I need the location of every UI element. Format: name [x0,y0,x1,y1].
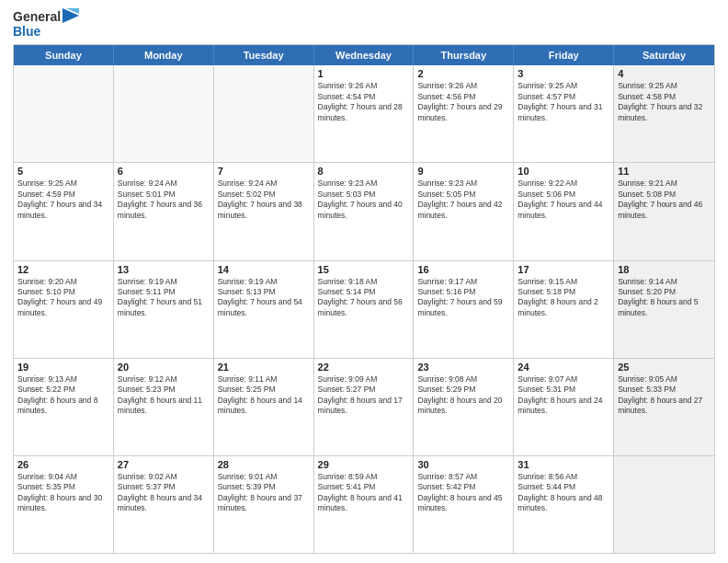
cal-cell-row2-col5: 17 Sunrise: 9:15 AM Sunset: 5:18 PM Dayl… [514,261,614,358]
cell-sunrise: Sunrise: 8:56 AM [518,472,609,482]
weekday-header-sunday: Sunday [14,45,114,65]
cal-cell-row0-col5: 3 Sunrise: 9:25 AM Sunset: 4:57 PM Dayli… [514,65,614,162]
header: General Blue [13,9,715,39]
cell-daylight: Daylight: 8 hours and 34 minutes. [118,493,210,514]
cell-sunset: Sunset: 5:01 PM [118,190,210,200]
weekday-header-monday: Monday [114,45,214,65]
logo: General Blue [13,9,79,39]
cell-daylight: Daylight: 8 hours and 27 minutes. [618,396,711,417]
day-number: 18 [618,264,711,275]
cell-daylight: Daylight: 7 hours and 28 minutes. [318,102,410,123]
cell-sunrise: Sunrise: 9:09 AM [318,374,410,385]
cell-sunset: Sunset: 4:56 PM [417,92,509,102]
cell-daylight: Daylight: 8 hours and 30 minutes. [17,493,109,514]
cell-sunset: Sunset: 5:16 PM [417,287,509,297]
cell-daylight: Daylight: 7 hours and 46 minutes. [618,200,711,221]
cal-week-row-1: 5 Sunrise: 9:25 AM Sunset: 4:59 PM Dayli… [14,163,714,260]
cell-daylight: Daylight: 7 hours and 31 minutes. [518,102,609,123]
cal-cell-row4-col6 [614,456,714,553]
cell-daylight: Daylight: 7 hours and 40 minutes. [318,200,410,221]
day-number: 3 [518,68,609,79]
cell-sunrise: Sunrise: 9:11 AM [218,374,310,385]
cal-cell-row1-col2: 7 Sunrise: 9:24 AM Sunset: 5:02 PM Dayli… [214,163,314,259]
cell-sunrise: Sunrise: 9:24 AM [218,178,310,189]
cell-sunset: Sunset: 5:37 PM [118,482,210,492]
cell-sunrise: Sunrise: 9:23 AM [417,178,509,189]
cal-cell-row3-col0: 19 Sunrise: 9:13 AM Sunset: 5:22 PM Dayl… [14,359,114,455]
day-number: 22 [318,362,410,373]
cell-daylight: Daylight: 8 hours and 24 minutes. [518,396,609,417]
cell-sunrise: Sunrise: 9:26 AM [417,81,509,91]
cal-cell-row3-col2: 21 Sunrise: 9:11 AM Sunset: 5:25 PM Dayl… [214,359,314,455]
day-number: 14 [218,264,310,275]
weekday-header-wednesday: Wednesday [314,45,415,65]
cell-daylight: Daylight: 7 hours and 34 minutes. [17,200,109,221]
cell-sunset: Sunset: 5:10 PM [17,287,109,297]
day-number: 6 [118,166,210,177]
cal-cell-row3-col5: 24 Sunrise: 9:07 AM Sunset: 5:31 PM Dayl… [514,359,614,455]
cal-cell-row0-col4: 2 Sunrise: 9:26 AM Sunset: 4:56 PM Dayli… [414,65,514,162]
cell-daylight: Daylight: 7 hours and 56 minutes. [318,297,410,318]
cell-sunset: Sunset: 5:14 PM [318,287,410,297]
cell-daylight: Daylight: 8 hours and 11 minutes. [118,396,210,417]
weekday-header-saturday: Saturday [614,45,714,65]
cal-cell-row1-col0: 5 Sunrise: 9:25 AM Sunset: 4:59 PM Dayli… [14,163,114,259]
day-number: 12 [17,264,109,275]
cell-daylight: Daylight: 8 hours and 17 minutes. [318,396,410,417]
cell-sunrise: Sunrise: 9:17 AM [417,277,509,287]
day-number: 2 [417,68,509,79]
cell-daylight: Daylight: 7 hours and 42 minutes. [417,200,509,221]
cell-daylight: Daylight: 8 hours and 2 minutes. [518,297,609,318]
cal-cell-row2-col4: 16 Sunrise: 9:17 AM Sunset: 5:16 PM Dayl… [414,261,514,358]
cell-sunrise: Sunrise: 9:01 AM [218,472,310,482]
cell-daylight: Daylight: 7 hours and 36 minutes. [118,200,210,221]
cal-cell-row2-col0: 12 Sunrise: 9:20 AM Sunset: 5:10 PM Dayl… [14,261,114,358]
cell-daylight: Daylight: 8 hours and 20 minutes. [417,396,509,417]
cal-cell-row0-col0 [14,65,114,162]
cell-sunset: Sunset: 5:13 PM [218,287,310,297]
day-number: 20 [118,362,210,373]
cal-cell-row3-col4: 23 Sunrise: 9:08 AM Sunset: 5:29 PM Dayl… [414,359,514,455]
cell-sunrise: Sunrise: 9:15 AM [518,277,609,287]
cell-sunrise: Sunrise: 9:04 AM [17,472,109,482]
weekday-header-thursday: Thursday [414,45,514,65]
day-number: 9 [417,166,509,177]
logo-general: General [13,9,61,24]
cal-cell-row1-col1: 6 Sunrise: 9:24 AM Sunset: 5:01 PM Dayli… [114,163,214,259]
cell-sunrise: Sunrise: 9:25 AM [618,81,711,91]
day-number: 4 [618,68,711,79]
cell-daylight: Daylight: 8 hours and 41 minutes. [318,493,410,514]
logo-graphic: General Blue [13,9,61,39]
cal-cell-row1-col3: 8 Sunrise: 9:23 AM Sunset: 5:03 PM Dayli… [314,163,415,259]
day-number: 31 [518,459,609,470]
cell-sunrise: Sunrise: 9:07 AM [518,374,609,385]
cell-sunrise: Sunrise: 9:25 AM [518,81,609,91]
day-number: 10 [518,166,609,177]
day-number: 30 [417,459,509,470]
cal-cell-row1-col6: 11 Sunrise: 9:21 AM Sunset: 5:08 PM Dayl… [614,163,714,259]
cal-cell-row2-col2: 14 Sunrise: 9:19 AM Sunset: 5:13 PM Dayl… [214,261,314,358]
calendar-body: 1 Sunrise: 9:26 AM Sunset: 4:54 PM Dayli… [14,65,714,553]
cell-daylight: Daylight: 8 hours and 45 minutes. [417,493,509,514]
cal-cell-row0-col3: 1 Sunrise: 9:26 AM Sunset: 4:54 PM Dayli… [314,65,415,162]
day-number: 27 [118,459,210,470]
page: General Blue SundayMondayTuesdayWednesda… [0,0,728,563]
day-number: 21 [218,362,310,373]
calendar-header-row: SundayMondayTuesdayWednesdayThursdayFrid… [14,45,714,65]
cell-sunset: Sunset: 5:35 PM [17,482,109,492]
cell-daylight: Daylight: 7 hours and 54 minutes. [218,297,310,318]
cell-sunset: Sunset: 4:59 PM [17,190,109,200]
cal-cell-row0-col1 [114,65,214,162]
day-number: 11 [618,166,711,177]
cell-sunrise: Sunrise: 8:57 AM [417,472,509,482]
cell-sunset: Sunset: 5:02 PM [218,190,310,200]
cal-cell-row0-col2 [214,65,314,162]
cal-cell-row4-col0: 26 Sunrise: 9:04 AM Sunset: 5:35 PM Dayl… [14,456,114,553]
cell-daylight: Daylight: 7 hours and 59 minutes. [417,297,509,318]
day-number: 7 [218,166,310,177]
weekday-header-friday: Friday [514,45,614,65]
cell-sunrise: Sunrise: 9:14 AM [618,277,711,287]
weekday-header-tuesday: Tuesday [214,45,314,65]
cell-sunset: Sunset: 5:08 PM [618,190,711,200]
cell-sunset: Sunset: 5:44 PM [518,482,609,492]
